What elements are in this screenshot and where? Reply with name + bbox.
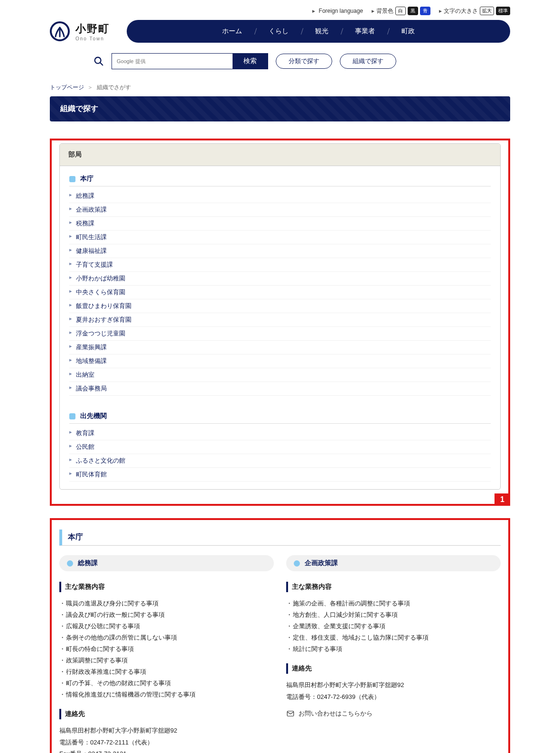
logo-text-en: Ono Town [75,36,110,41]
region-1: 部局 本庁総務課企画政策課税務課町民生活課健康福祉課子育て支援課小野わかば幼稚園… [50,139,510,506]
duty-item: 定住、移住支援、地域おこし協力隊に関する事項 [286,632,501,643]
nav-tourism[interactable]: 観光 [302,27,342,36]
department-link[interactable]: 飯豊ひまわり保育園 [69,299,491,313]
departments-card-head: 部局 [60,144,500,166]
duty-item: 広報及び公聴に関する事項 [59,621,274,632]
bgcolor-label: 背景色 [372,7,393,15]
department-link[interactable]: 税務課 [69,217,491,231]
duty-item: 企業誘致、企業支援に関する事項 [286,621,501,632]
contact-heading: 連絡先 [59,709,274,719]
duties-heading: 主な業務内容 [286,582,501,592]
search-by-category-button[interactable]: 分類で探す [276,54,332,69]
subsection-title: 出先機関 [69,409,491,424]
crumb-home[interactable]: トップページ [50,84,84,91]
page-title: 組織で探す [50,96,510,121]
department-link[interactable]: 浮金つつじ児童園 [69,327,491,341]
departments-card: 部局 本庁総務課企画政策課税務課町民生活課健康福祉課子育て支援課小野わかば幼稚園… [59,143,501,490]
department-link[interactable]: 議会事務局 [69,382,491,396]
department-link[interactable]: 町民体育館 [69,468,491,482]
contact-heading: 連絡先 [286,663,501,674]
region-1-tag: 1 [495,493,510,506]
logo-text-jp: 小野町 [75,22,110,36]
duty-item: 施策の企画、各種計画の調整に関する事項 [286,598,501,609]
fontsize-standard-button[interactable]: 標準 [496,7,510,15]
department-link[interactable]: 教育課 [69,427,491,440]
breadcrumb: トップページ ＞ 組織でさがす [50,84,510,92]
bgcolor-blue-button[interactable]: 青 [420,7,430,15]
department-header[interactable]: 企画政策課 [286,555,501,571]
duty-item: 議会及び町の行政一般に関する事項 [59,609,274,621]
fontsize-label: 文字の大きさ [439,7,478,15]
department-link[interactable]: 企画政策課 [69,203,491,217]
nav-home[interactable]: ホーム [209,27,255,36]
region-2-section-title: 本庁 [59,530,501,546]
duty-item: 職員の進退及び身分に関する事項 [59,598,274,609]
main-nav: ホーム くらし 観光 事業者 町政 [127,20,510,43]
bgcolor-white-button[interactable]: 白 [395,7,406,15]
department-link[interactable]: 産業振興課 [69,341,491,354]
site-logo[interactable]: 小野町 Ono Town [50,21,110,41]
svg-rect-4 [287,711,294,716]
logo-icon [50,21,70,41]
duty-item: 情報化推進並びに情報機器の管理に関する事項 [59,689,274,700]
department-link[interactable]: 子育て支援課 [69,258,491,272]
fontsize-large-button[interactable]: 拡大 [480,7,494,15]
region-2: 本庁 総務課主な業務内容職員の進退及び身分に関する事項議会及び町の行政一般に関す… [50,518,510,753]
duty-item: 地方創生、人口減少対策に関する事項 [286,609,501,621]
duty-item: 統計に関する事項 [286,643,501,655]
bgcolor-black-button[interactable]: 黒 [408,7,418,15]
search-icon [93,56,104,66]
duty-item: 条例その他他の課の所管に属しない事項 [59,632,274,643]
department-link[interactable]: 中央さくら保育園 [69,286,491,299]
contact-address: 福島県田村郡小野町大字小野新町字舘廻92電話番号：0247-72-6939（代表… [286,679,501,703]
duty-item: 行財政改革推進に関する事項 [59,666,274,678]
search-button[interactable]: 検索 [233,54,268,69]
contact-mail-link[interactable]: お問い合わせはこちらから [286,709,501,718]
department-link[interactable]: 町民生活課 [69,231,491,244]
foreign-language-link[interactable]: Foreign language [312,8,363,14]
duty-item: 町の予算、その他の財政に関する事項 [59,678,274,689]
nav-gov[interactable]: 町政 [388,27,428,36]
crumb-current: 組織でさがす [97,84,131,91]
nav-life[interactable]: くらし [255,27,302,36]
duty-item: 町長の特命に関する事項 [59,643,274,655]
department-link[interactable]: 出納室 [69,368,491,382]
department-link[interactable]: ふるさと文化の館 [69,454,491,468]
mail-icon [286,709,295,718]
search-input[interactable] [112,54,233,69]
contact-address: 福島県田村郡小野町大字小野新町字舘廻92電話番号：0247-72-2111（代表… [59,725,274,753]
department-link[interactable]: 小野わかば幼稚園 [69,272,491,286]
department-header[interactable]: 総務課 [59,555,274,571]
svg-line-2 [100,63,103,65]
search-box: 検索 [112,53,268,69]
department-link[interactable]: 総務課 [69,189,491,203]
department-link[interactable]: 健康福祉課 [69,244,491,258]
duties-heading: 主な業務内容 [59,582,274,592]
top-utility-bar: Foreign language 背景色 白 黒 青 文字の大きさ 拡大 標準 [50,0,510,20]
nav-business[interactable]: 事業者 [342,27,388,36]
subsection-title: 本庁 [69,172,491,186]
department-link[interactable]: 地域整備課 [69,354,491,368]
department-link[interactable]: 夏井おおすぎ保育園 [69,313,491,327]
duty-item: 政策調整に関する事項 [59,655,274,666]
search-by-org-button[interactable]: 組織で探す [340,54,396,69]
department-link[interactable]: 公民館 [69,440,491,454]
